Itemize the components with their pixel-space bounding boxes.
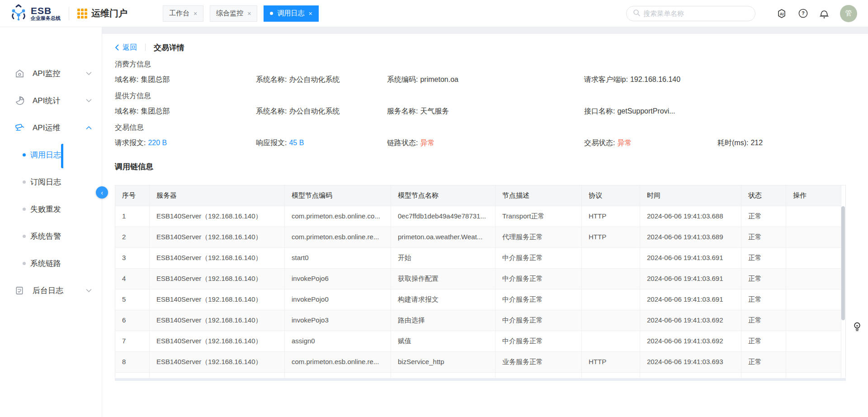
- help-icon[interactable]: ?: [797, 8, 808, 19]
- response-payload-link[interactable]: 45 B: [289, 139, 304, 147]
- field-value: 天气服务: [420, 107, 449, 115]
- table-cell: [786, 310, 841, 331]
- table-cell: ESB140Server（192.168.16.140）: [150, 206, 285, 227]
- ai-assistant-icon[interactable]: AI: [776, 8, 787, 19]
- table-cell: 正常: [741, 352, 786, 372]
- table-cell: assign0: [285, 331, 391, 351]
- portal-title: 运维门户: [77, 7, 127, 19]
- table-cell: 2024-06-06 19:41:03.691: [640, 289, 741, 310]
- table-cell: bizService_http: [391, 352, 495, 372]
- table-cell: 0ec7ffdb1deb49a49e78731...: [391, 206, 495, 227]
- field-label: 耗时(ms):: [717, 139, 748, 147]
- table-cell: 2024-06-06 19:41:03.689: [640, 227, 741, 247]
- back-button[interactable]: 返回: [115, 43, 137, 52]
- tab-call-log[interactable]: 调用日志 ×: [264, 5, 318, 22]
- lightbulb-icon[interactable]: [854, 322, 861, 334]
- field-label: 系统编码:: [387, 76, 418, 83]
- esb-logo-icon: [10, 4, 27, 23]
- table-row-clipped: [115, 372, 841, 378]
- field-value: getSupportProvi...: [617, 107, 675, 115]
- logo-subtitle: 企业服务总线: [31, 16, 61, 21]
- sidebar-subitem-label: 系统告警: [30, 231, 61, 242]
- table-cell: 中介服务正常: [495, 310, 582, 331]
- tab-label: 工作台: [169, 9, 189, 18]
- table-cell: 中介服务正常: [495, 269, 582, 289]
- field-label: 链路状态:: [387, 139, 418, 147]
- table-horizontal-scrollbar-track[interactable]: [115, 378, 846, 381]
- table-cell: 6: [115, 310, 150, 331]
- field-value: 集团总部: [141, 107, 170, 115]
- sidebar-subitem-call-log[interactable]: 调用日志: [0, 141, 102, 168]
- field-label: 请求报文:: [115, 139, 146, 147]
- field-label: 域名称:: [115, 76, 138, 83]
- sidebar-collapse-toggle[interactable]: ‹: [96, 186, 108, 199]
- close-icon[interactable]: ×: [308, 10, 312, 17]
- table-cell: ESB140Server（192.168.16.140）: [150, 269, 285, 289]
- column-header: 协议: [582, 185, 640, 206]
- table-cell: 1: [115, 206, 150, 227]
- table-cell: ESB140Server（192.168.16.140）: [150, 248, 285, 268]
- table-cell: invokePojo6: [285, 269, 391, 289]
- back-label: 返回: [123, 43, 137, 52]
- field-label: 请求客户端ip:: [584, 76, 628, 83]
- column-header: 序号: [115, 185, 150, 206]
- top-header: ESB 企业服务总线 运维门户 工作台 × 综合监控 × 调用日志 ×: [0, 0, 868, 27]
- table-cell: 7: [115, 331, 150, 351]
- tab-label: 调用日志: [277, 9, 304, 18]
- close-icon[interactable]: ×: [193, 10, 197, 17]
- tab-monitoring[interactable]: 综合监控 ×: [210, 5, 257, 22]
- close-icon[interactable]: ×: [247, 10, 251, 17]
- table-cell: 中介服务正常: [495, 289, 582, 310]
- header-divider: [69, 7, 69, 20]
- user-avatar[interactable]: 管: [840, 5, 857, 22]
- table-cell: 代理服务正常: [495, 227, 582, 247]
- open-tabs: 工作台 × 综合监控 × 调用日志 ×: [163, 5, 319, 22]
- sidebar-subitem-subscribe-log[interactable]: 订阅日志: [0, 168, 102, 195]
- document-icon: [15, 286, 25, 295]
- sidebar-subitem-system-alert[interactable]: 系统告警: [0, 223, 102, 250]
- transaction-status-value: 异常: [617, 139, 632, 147]
- table-vertical-scrollbar[interactable]: [841, 206, 845, 320]
- table-row: 4ESB140Server（192.168.16.140）invokePojo6…: [115, 268, 841, 289]
- search-input[interactable]: [643, 9, 749, 17]
- chevron-down-icon: [86, 69, 92, 78]
- elapsed-time-value: 212: [750, 139, 763, 147]
- bullet-dot-icon: [23, 235, 26, 238]
- sidebar-nav: API监控 API统计 API运维 调用: [0, 27, 102, 417]
- table-row: 5ESB140Server（192.168.16.140）invokePojo0…: [115, 289, 841, 310]
- table-cell: start0: [285, 248, 391, 268]
- sidebar-item-api-monitor[interactable]: API监控: [0, 60, 102, 87]
- field-label: 系统名称:: [256, 76, 287, 83]
- table-cell: com.primeton.esb.online.re...: [285, 352, 391, 372]
- table-cell: [786, 248, 841, 268]
- home-icon: [15, 69, 25, 78]
- sidebar-item-backend-log[interactable]: 后台日志: [0, 277, 102, 304]
- menu-search[interactable]: [626, 6, 755, 21]
- column-header: 状态: [741, 185, 786, 206]
- table-row: 3ESB140Server（192.168.16.140）start0开始中介服…: [115, 247, 841, 268]
- table-cell: 开始: [391, 248, 495, 268]
- table-cell: 赋值: [391, 331, 495, 351]
- table-cell: 2024-06-06 19:41:03.693: [640, 352, 741, 372]
- table-cell: [786, 289, 841, 310]
- sidebar-item-api-ops[interactable]: API运维: [0, 114, 102, 141]
- table-cell: 正常: [741, 248, 786, 268]
- field-label: 响应报文:: [256, 139, 287, 147]
- notification-bell-icon[interactable]: [819, 8, 830, 19]
- bullet-dot-icon: [23, 153, 26, 156]
- request-payload-link[interactable]: 220 B: [148, 139, 167, 147]
- field-value: 办公自动化系统: [289, 107, 340, 115]
- sidebar-subitem-system-link[interactable]: 系统链路: [0, 250, 102, 277]
- sidebar-item-label: API运维: [33, 123, 60, 133]
- table-cell: 获取操作配置: [391, 269, 495, 289]
- table-cell: [786, 206, 841, 227]
- table-cell: ESB140Server（192.168.16.140）: [150, 352, 285, 372]
- tab-workbench[interactable]: 工作台 ×: [163, 5, 203, 22]
- sidebar-subitem-retry[interactable]: 失败重发: [0, 195, 102, 223]
- table-cell: [582, 248, 640, 268]
- section-title-consumer: 消费方信息: [115, 60, 868, 69]
- sidebar-item-api-stats[interactable]: API统计: [0, 87, 102, 114]
- chevron-down-icon: [86, 286, 92, 295]
- table-cell: Transport正常: [495, 206, 582, 227]
- active-item-bar: [61, 144, 63, 168]
